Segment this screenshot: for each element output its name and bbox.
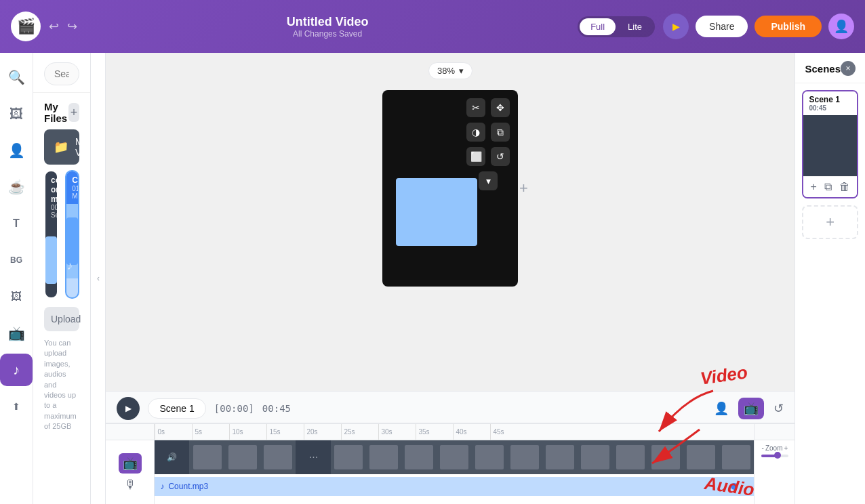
canvas-toolbar: ✂ ✥ ◑ ⧉ ⬜ ↺ ▾ bbox=[466, 98, 510, 190]
upload-button[interactable]: Upload bbox=[44, 307, 79, 331]
move-tool[interactable]: ✥ bbox=[491, 98, 510, 117]
volume-icon: 🔊 bbox=[167, 453, 177, 462]
video-track-first: 🔊 bbox=[155, 440, 190, 474]
video-frame-8 bbox=[472, 440, 507, 474]
zoom-minus[interactable]: - bbox=[762, 444, 764, 452]
video-frame-7 bbox=[437, 440, 472, 474]
zoom-value: 38% bbox=[437, 66, 455, 76]
ruler-content: 0s 5s 10s 15s 20s 25s 30s 35s 40s 45s bbox=[155, 424, 754, 440]
video-frames: ··· bbox=[190, 440, 754, 474]
sidebar-item-upload[interactable]: ⬆ bbox=[0, 390, 33, 423]
duration-display: 00:45 bbox=[262, 403, 291, 414]
add-scene-center-button[interactable]: + bbox=[512, 177, 534, 199]
video-frame-13 bbox=[648, 440, 683, 474]
timeline-full: 0s 5s 10s 15s 20s 25s 30s 35s 40s 45s 📺 bbox=[106, 423, 794, 504]
sidebar-item-person[interactable]: 👤 bbox=[0, 134, 33, 167]
video-title: Untitled Video bbox=[287, 15, 369, 29]
video-frame-2 bbox=[225, 440, 260, 474]
scenes-close-button[interactable]: × bbox=[841, 61, 856, 76]
crop-tool[interactable]: ⬜ bbox=[466, 147, 485, 166]
folder-item-voice[interactable]: 📁 My Voice bbox=[44, 129, 79, 165]
undo-button[interactable]: ↩ bbox=[49, 19, 59, 34]
redo-button[interactable]: ↪ bbox=[67, 19, 77, 34]
file-name: count on me bbox=[51, 175, 52, 204]
rotate-timeline-icon[interactable]: ↺ bbox=[773, 401, 784, 416]
timeline-body: 📺 🎙 🔊 ··· bbox=[106, 440, 794, 504]
sidebar-item-video[interactable]: 📺 bbox=[0, 317, 33, 350]
zoom-slider[interactable] bbox=[761, 455, 788, 457]
add-new-scene-button[interactable]: + bbox=[802, 205, 858, 239]
files-title: My Files bbox=[44, 101, 68, 124]
sidebar-item-search[interactable]: 🔍 bbox=[0, 61, 33, 93]
sidebar-item-music[interactable]: ♪ bbox=[0, 354, 33, 386]
publish-button[interactable]: Publish bbox=[755, 16, 822, 37]
video-frame-4 bbox=[331, 440, 366, 474]
sidebar-item-bg[interactable]: BG bbox=[0, 244, 33, 276]
files-panel: My Files + 📁 My Voice count on me 00:45 … bbox=[33, 53, 91, 504]
canvas-preview: ✂ ✥ ◑ ⧉ ⬜ ↺ ▾ bbox=[382, 90, 518, 287]
thumbnail-audio bbox=[66, 217, 78, 265]
save-status: All Changes Saved bbox=[293, 29, 362, 39]
file-card-audio[interactable]: Count.Mp3 01:41 Min ♪ bbox=[65, 170, 79, 299]
scene-card-actions: + ⧉ 🗑 bbox=[803, 176, 857, 197]
sidebar-item-media[interactable]: 🖼 bbox=[0, 98, 33, 130]
video-frame-9 bbox=[507, 440, 542, 474]
sidebar-item-text[interactable]: T bbox=[0, 207, 33, 240]
mode-lite-button[interactable]: Lite bbox=[617, 18, 653, 35]
preview-play-button[interactable] bbox=[663, 14, 689, 39]
video-timeline-icon[interactable]: 📺 bbox=[738, 398, 764, 419]
zoom-plus[interactable]: + bbox=[784, 444, 788, 452]
delete-scene-button[interactable]: 🗑 bbox=[839, 181, 850, 193]
ruler-25s: 25s bbox=[341, 424, 378, 440]
ruler-5s: 5s bbox=[192, 424, 229, 440]
add-file-button[interactable]: + bbox=[68, 103, 80, 122]
duplicate-scene-button[interactable]: ⧉ bbox=[824, 181, 832, 193]
files-header: My Files + bbox=[33, 93, 90, 129]
music-note-icon: ♪ bbox=[66, 259, 73, 273]
scenes-header: Scenes × bbox=[795, 53, 865, 83]
person-timeline-icon[interactable]: 👤 bbox=[714, 401, 729, 416]
title-block: Untitled Video All Changes Saved bbox=[85, 15, 569, 39]
zoom-control[interactable]: 38% ▾ bbox=[428, 62, 472, 79]
timeline-play-button[interactable]: ▶ bbox=[117, 397, 140, 420]
dropdown-tool[interactable]: ▾ bbox=[479, 171, 498, 190]
timeline-controls: ▶ Scene 1 [00:00] 00:45 👤 📺 ↺ bbox=[106, 391, 794, 423]
video-frame-14 bbox=[683, 440, 719, 474]
scene-label: Scene 1 bbox=[148, 398, 205, 419]
canvas-content-block bbox=[396, 178, 477, 246]
search-area bbox=[33, 53, 90, 93]
filter-tool[interactable]: ◑ bbox=[466, 123, 485, 142]
file-grid: count on me 00:45 Sec Count.Mp3 01:41 Mi… bbox=[33, 170, 90, 299]
folder-icon: 📁 bbox=[54, 140, 68, 154]
header-actions: Share Publish 👤 bbox=[663, 14, 854, 39]
ruler-15s: 15s bbox=[266, 424, 304, 440]
scene-name: Scene 1 bbox=[809, 95, 851, 104]
avatar[interactable]: 👤 bbox=[828, 14, 854, 39]
mic-track-icon[interactable]: 🎙 bbox=[124, 478, 136, 492]
video-frame-1 bbox=[190, 440, 225, 474]
add-scene-before-button[interactable]: + bbox=[810, 181, 816, 193]
video-track-icon[interactable]: 📺 bbox=[119, 453, 142, 474]
layers-tool[interactable]: ⧉ bbox=[491, 123, 510, 142]
sidebar-item-image[interactable]: 🖼 bbox=[0, 280, 33, 313]
audio-track: ♪ Count.mp3 bbox=[155, 477, 754, 496]
main-layout: 🔍 🖼 👤 ☕ T BG 🖼 📺 ♪ ⬆ My Files + 📁 My Voi… bbox=[0, 53, 865, 504]
scene-card-1[interactable]: Scene 1 00:45 + ⧉ 🗑 bbox=[802, 90, 858, 198]
file-thumbnail bbox=[45, 223, 57, 297]
sidebar: 🔍 🖼 👤 ☕ T BG 🖼 📺 ♪ ⬆ bbox=[0, 53, 33, 504]
ruler-20s: 20s bbox=[304, 424, 341, 440]
collapse-panel-button[interactable]: ‹ bbox=[91, 53, 106, 504]
cut-tool[interactable]: ✂ bbox=[466, 98, 485, 117]
video-frame-10 bbox=[542, 440, 578, 474]
upload-hint: You can upload images, audios and videos… bbox=[33, 335, 90, 440]
sidebar-item-coffee[interactable]: ☕ bbox=[0, 171, 33, 203]
search-input[interactable] bbox=[44, 62, 79, 85]
file-duration-audio: 01:41 Min bbox=[72, 185, 73, 200]
time-start: [00:00] bbox=[214, 403, 254, 414]
mode-full-button[interactable]: Full bbox=[580, 18, 616, 35]
rotate-tool[interactable]: ↺ bbox=[491, 147, 510, 166]
tracks-area: 🔊 ··· bbox=[155, 440, 754, 504]
file-card-video[interactable]: count on me 00:45 Sec bbox=[44, 170, 58, 299]
share-button[interactable]: Share bbox=[696, 16, 748, 37]
timeline-icons: 👤 📺 ↺ bbox=[714, 398, 784, 419]
